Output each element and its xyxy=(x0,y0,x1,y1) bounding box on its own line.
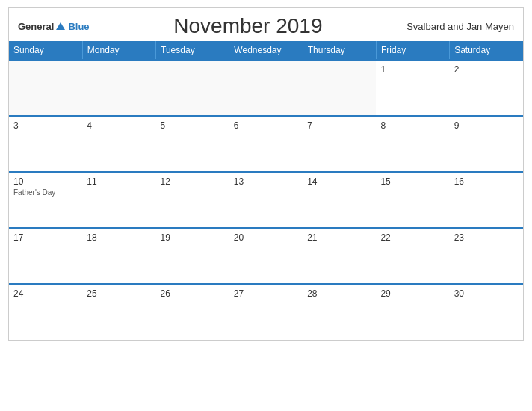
weekday-header-wednesday: Wednesday xyxy=(229,41,303,60)
calendar-cell: 6 xyxy=(229,116,303,172)
calendar-cell: 20 xyxy=(229,228,303,284)
week-row-5: 24252627282930 xyxy=(9,284,523,340)
calendar-cell: 5 xyxy=(156,116,229,172)
calendar-header: General Blue November 2019 Svalbard and … xyxy=(9,8,523,41)
calendar-cell: 12 xyxy=(156,172,229,228)
calendar-cell: 13 xyxy=(229,172,303,228)
day-number: 26 xyxy=(161,288,225,299)
day-number: 8 xyxy=(380,120,445,131)
day-number: 16 xyxy=(454,176,519,187)
calendar-cell: 28 xyxy=(303,284,376,340)
day-number: 10 xyxy=(13,176,78,187)
day-number: 23 xyxy=(454,232,519,243)
day-number: 6 xyxy=(234,120,298,131)
day-number: 20 xyxy=(234,232,298,243)
day-number: 19 xyxy=(161,232,225,243)
calendar-cell: 2 xyxy=(450,60,523,116)
calendar-cell xyxy=(156,60,229,116)
calendar-cell: 22 xyxy=(376,228,449,284)
week-row-2: 3456789 xyxy=(9,116,523,172)
calendar-container: General Blue November 2019 Svalbard and … xyxy=(8,7,524,341)
month-year-title: November 2019 xyxy=(173,14,322,38)
region-label: Svalbard and Jan Mayen xyxy=(406,21,514,32)
weekday-header-sunday: Sunday xyxy=(9,41,82,60)
calendar-cell: 27 xyxy=(229,284,303,340)
calendar-cell: 25 xyxy=(82,284,155,340)
day-number: 29 xyxy=(380,288,445,299)
day-number: 13 xyxy=(234,176,298,187)
day-number: 24 xyxy=(13,288,78,299)
day-number: 21 xyxy=(307,232,371,243)
calendar-cell: 17 xyxy=(9,228,82,284)
calendar-cell: 23 xyxy=(450,228,523,284)
day-number: 14 xyxy=(307,176,371,187)
calendar-cell: 9 xyxy=(450,116,523,172)
day-number: 17 xyxy=(13,232,78,243)
week-row-3: 10Father's Day111213141516 xyxy=(9,172,523,228)
calendar-cell: 11 xyxy=(82,172,155,228)
logo-triangle-icon xyxy=(56,22,65,30)
calendar-cell: 30 xyxy=(450,284,523,340)
day-number: 11 xyxy=(87,176,151,187)
day-number: 25 xyxy=(87,288,151,299)
calendar-cell: 4 xyxy=(82,116,155,172)
calendar-cell xyxy=(303,60,376,116)
calendar-cell: 21 xyxy=(303,228,376,284)
logo-general-text: General xyxy=(18,21,54,32)
week-row-1: 12 xyxy=(9,60,523,116)
weekday-header-saturday: Saturday xyxy=(450,41,523,60)
logo-blue-text: Blue xyxy=(68,21,89,32)
weekday-header-tuesday: Tuesday xyxy=(156,41,229,60)
day-event: Father's Day xyxy=(13,188,78,197)
day-number: 1 xyxy=(380,64,445,75)
day-number: 5 xyxy=(161,120,225,131)
day-number: 22 xyxy=(380,232,445,243)
weekday-header-monday: Monday xyxy=(82,41,155,60)
calendar-cell: 10Father's Day xyxy=(9,172,82,228)
calendar-cell: 18 xyxy=(82,228,155,284)
calendar-cell: 8 xyxy=(376,116,449,172)
day-number: 18 xyxy=(87,232,151,243)
calendar-cell: 19 xyxy=(156,228,229,284)
calendar-cell: 16 xyxy=(450,172,523,228)
calendar-cell: 15 xyxy=(376,172,449,228)
logo-area: General Blue xyxy=(18,19,90,33)
day-number: 3 xyxy=(13,120,78,131)
day-number: 12 xyxy=(161,176,225,187)
calendar-cell: 3 xyxy=(9,116,82,172)
calendar-cell xyxy=(229,60,303,116)
calendar-cell: 29 xyxy=(376,284,449,340)
week-row-4: 17181920212223 xyxy=(9,228,523,284)
day-number: 30 xyxy=(454,288,519,299)
calendar-grid: SundayMondayTuesdayWednesdayThursdayFrid… xyxy=(9,41,523,340)
calendar-cell: 24 xyxy=(9,284,82,340)
calendar-cell: 14 xyxy=(303,172,376,228)
day-number: 7 xyxy=(307,120,371,131)
calendar-cell: 26 xyxy=(156,284,229,340)
weekday-header-thursday: Thursday xyxy=(303,41,376,60)
calendar-cell: 7 xyxy=(303,116,376,172)
day-number: 28 xyxy=(307,288,371,299)
calendar-cell xyxy=(82,60,155,116)
weekday-header-row: SundayMondayTuesdayWednesdayThursdayFrid… xyxy=(9,41,523,60)
weekday-header-friday: Friday xyxy=(376,41,449,60)
day-number: 9 xyxy=(454,120,519,131)
day-number: 27 xyxy=(234,288,298,299)
calendar-cell: 1 xyxy=(376,60,449,116)
day-number: 2 xyxy=(454,64,519,75)
day-number: 15 xyxy=(380,176,445,187)
calendar-cell xyxy=(9,60,82,116)
day-number: 4 xyxy=(87,120,151,131)
